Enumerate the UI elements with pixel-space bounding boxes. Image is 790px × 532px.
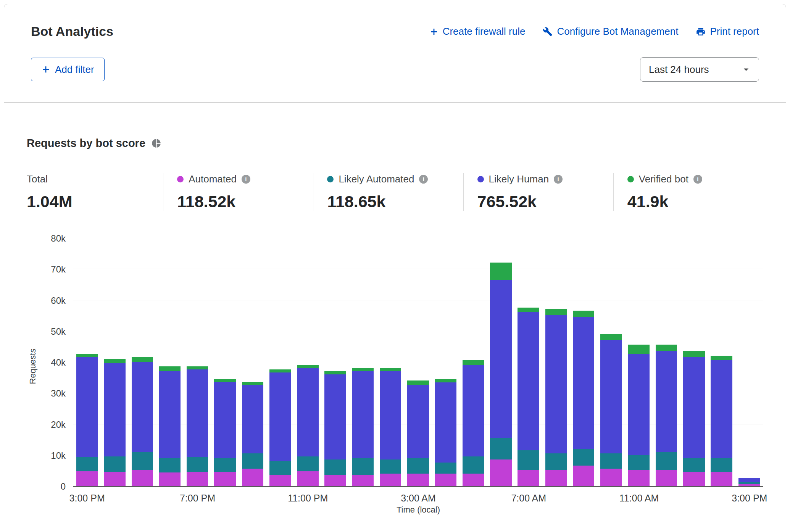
info-icon[interactable]: i bbox=[419, 175, 428, 184]
chart-bar[interactable] bbox=[656, 345, 677, 486]
segment-verified-bot[interactable] bbox=[159, 366, 181, 371]
segment-likely-automated[interactable] bbox=[242, 453, 263, 469]
segment-likely-human[interactable] bbox=[463, 365, 484, 456]
segment-likely-automated[interactable] bbox=[159, 458, 181, 472]
segment-verified-bot[interactable] bbox=[490, 263, 511, 280]
segment-automated[interactable] bbox=[738, 484, 760, 486]
chart-bar[interactable] bbox=[490, 263, 511, 486]
segment-likely-automated[interactable] bbox=[187, 457, 208, 472]
segment-likely-human[interactable] bbox=[76, 357, 98, 457]
segment-likely-automated[interactable] bbox=[628, 455, 650, 471]
segment-likely-automated[interactable] bbox=[600, 453, 622, 469]
segment-automated[interactable] bbox=[104, 472, 125, 486]
chart-bar[interactable] bbox=[407, 380, 429, 486]
segment-verified-bot[interactable] bbox=[324, 371, 346, 374]
segment-likely-human[interactable] bbox=[324, 374, 346, 459]
configure-bot-management-link[interactable]: Configure Bot Management bbox=[543, 26, 678, 37]
segment-verified-bot[interactable] bbox=[132, 357, 153, 362]
chart-bar[interactable] bbox=[269, 369, 291, 486]
segment-verified-bot[interactable] bbox=[656, 345, 677, 351]
segment-likely-automated[interactable] bbox=[435, 463, 456, 473]
segment-likely-automated[interactable] bbox=[683, 458, 705, 472]
segment-likely-human[interactable] bbox=[187, 369, 208, 457]
segment-verified-bot[interactable] bbox=[573, 311, 594, 317]
segment-verified-bot[interactable] bbox=[407, 380, 429, 385]
segment-likely-human[interactable] bbox=[628, 354, 650, 455]
segment-likely-human[interactable] bbox=[132, 362, 153, 452]
segment-automated[interactable] bbox=[352, 475, 374, 486]
segment-likely-human[interactable] bbox=[297, 368, 318, 456]
segment-likely-human[interactable] bbox=[518, 312, 539, 450]
segment-automated[interactable] bbox=[159, 472, 181, 486]
chart-bar[interactable] bbox=[242, 382, 263, 486]
create-firewall-rule-link[interactable]: Create firewall rule bbox=[429, 26, 526, 37]
segment-verified-bot[interactable] bbox=[104, 359, 125, 363]
segment-verified-bot[interactable] bbox=[683, 351, 705, 357]
segment-verified-bot[interactable] bbox=[242, 382, 263, 385]
chart-bar[interactable] bbox=[463, 360, 484, 486]
segment-likely-automated[interactable] bbox=[297, 456, 318, 471]
chart-bar[interactable] bbox=[600, 334, 622, 486]
segment-automated[interactable] bbox=[187, 472, 208, 486]
segment-likely-automated[interactable] bbox=[380, 459, 401, 474]
segment-verified-bot[interactable] bbox=[463, 360, 484, 365]
segment-likely-automated[interactable] bbox=[573, 449, 594, 466]
segment-automated[interactable] bbox=[435, 474, 456, 486]
chart-bar[interactable] bbox=[187, 366, 208, 486]
segment-verified-bot[interactable] bbox=[545, 309, 567, 315]
chart-bar[interactable] bbox=[683, 351, 705, 486]
time-range-select[interactable]: Last 24 hours bbox=[640, 57, 759, 82]
segment-verified-bot[interactable] bbox=[269, 369, 291, 372]
segment-likely-automated[interactable] bbox=[214, 458, 235, 472]
segment-verified-bot[interactable] bbox=[380, 368, 401, 371]
segment-likely-human[interactable] bbox=[545, 315, 567, 453]
segment-likely-human[interactable] bbox=[104, 363, 125, 456]
chart-bar[interactable] bbox=[711, 356, 732, 486]
segment-likely-automated[interactable] bbox=[490, 438, 511, 459]
segment-likely-automated[interactable] bbox=[545, 453, 567, 471]
segment-automated[interactable] bbox=[463, 474, 484, 486]
segment-likely-automated[interactable] bbox=[518, 450, 539, 471]
chart-bar[interactable] bbox=[104, 359, 125, 486]
segment-likely-automated[interactable] bbox=[104, 456, 125, 472]
chart-bar[interactable] bbox=[628, 345, 650, 486]
chart-bar[interactable] bbox=[214, 379, 235, 486]
segment-automated[interactable] bbox=[628, 470, 650, 486]
segment-automated[interactable] bbox=[242, 469, 263, 486]
segment-automated[interactable] bbox=[573, 466, 594, 486]
info-icon[interactable]: i bbox=[693, 175, 702, 184]
segment-automated[interactable] bbox=[269, 475, 291, 486]
chart-bar[interactable] bbox=[435, 379, 456, 486]
segment-verified-bot[interactable] bbox=[76, 354, 98, 357]
segment-automated[interactable] bbox=[518, 470, 539, 486]
segment-automated[interactable] bbox=[545, 470, 567, 486]
segment-likely-human[interactable] bbox=[490, 280, 511, 438]
segment-verified-bot[interactable] bbox=[518, 308, 539, 312]
segment-automated[interactable] bbox=[683, 472, 705, 486]
chart-bar[interactable] bbox=[159, 366, 181, 486]
segment-automated[interactable] bbox=[380, 474, 401, 486]
segment-automated[interactable] bbox=[600, 469, 622, 486]
segment-likely-automated[interactable] bbox=[463, 456, 484, 474]
segment-likely-human[interactable] bbox=[352, 371, 374, 458]
segment-automated[interactable] bbox=[656, 470, 677, 486]
segment-likely-human[interactable] bbox=[159, 371, 181, 458]
segment-likely-automated[interactable] bbox=[324, 459, 346, 475]
segment-likely-human[interactable] bbox=[242, 385, 263, 453]
segment-likely-human[interactable] bbox=[738, 478, 760, 482]
segment-automated[interactable] bbox=[132, 470, 153, 486]
segment-automated[interactable] bbox=[297, 471, 318, 486]
segment-likely-automated[interactable] bbox=[76, 457, 98, 471]
segment-verified-bot[interactable] bbox=[600, 334, 622, 340]
segment-verified-bot[interactable] bbox=[187, 366, 208, 369]
segment-likely-human[interactable] bbox=[407, 385, 429, 458]
segment-automated[interactable] bbox=[711, 472, 732, 486]
segment-automated[interactable] bbox=[407, 474, 429, 486]
segment-likely-automated[interactable] bbox=[656, 452, 677, 471]
segment-verified-bot[interactable] bbox=[297, 365, 318, 368]
chart-bar[interactable] bbox=[573, 311, 594, 486]
info-icon[interactable]: i bbox=[554, 175, 563, 184]
add-filter-button[interactable]: Add filter bbox=[31, 58, 105, 81]
segment-likely-human[interactable] bbox=[683, 357, 705, 458]
segment-likely-human[interactable] bbox=[711, 360, 732, 458]
